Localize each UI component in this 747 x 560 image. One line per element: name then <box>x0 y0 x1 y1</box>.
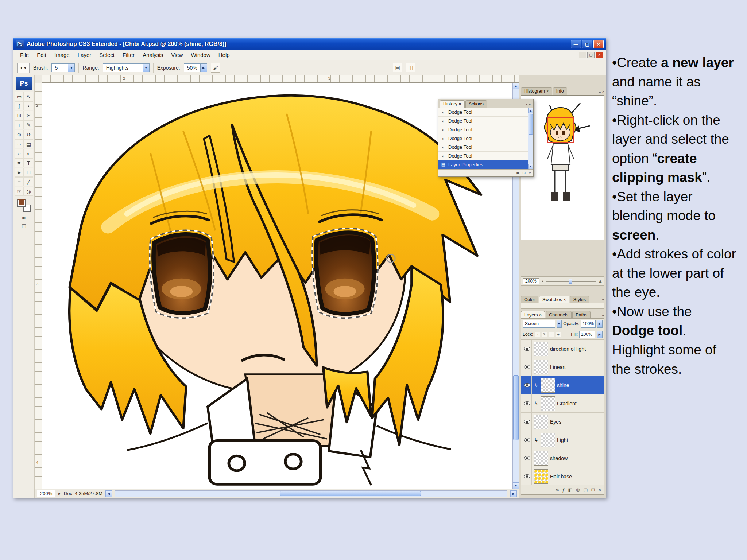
tab-histogram[interactable]: Histogram × <box>521 87 552 95</box>
new-snapshot-icon[interactable]: ⊡ <box>522 171 526 175</box>
history-step[interactable]: ◐ Dodge Tool <box>438 143 528 152</box>
eraser-tool-icon[interactable]: ▱ <box>15 139 24 148</box>
menu-filter[interactable]: Filter <box>119 51 138 59</box>
tab-actions[interactable]: Actions <box>465 100 487 108</box>
layer-row-direction-of-light[interactable]: direction of light <box>521 340 604 358</box>
layer-name[interactable]: Light <box>557 437 568 443</box>
doc-minimize-button[interactable]: — <box>579 52 586 58</box>
history-step[interactable]: ◐ Dodge Tool <box>438 117 528 125</box>
scroll-down-icon[interactable]: ▼ <box>528 164 533 169</box>
layer-row-light[interactable]: ↳ Light <box>521 431 604 449</box>
tab-info[interactable]: Info <box>553 87 567 95</box>
exposure-dropdown-button[interactable]: ▶ <box>201 63 207 72</box>
layer-thumbnail[interactable] <box>541 396 555 411</box>
layer-thumbnail[interactable] <box>534 360 548 374</box>
menu-image[interactable]: Image <box>51 51 73 59</box>
layer-visibility-toggle[interactable] <box>522 467 532 485</box>
layer-thumbnail[interactable] <box>541 378 555 393</box>
layer-row-hair-base[interactable]: Hair base <box>521 467 604 485</box>
gradient-tool-icon[interactable]: ▤ <box>24 139 33 148</box>
navigator-zoom-field[interactable]: 200% <box>523 278 539 284</box>
layer-visibility-toggle[interactable] <box>522 358 532 376</box>
active-tool-preset[interactable]: ◐ ▾ <box>17 63 30 73</box>
opacity-slider-icon[interactable]: ▶ <box>597 320 603 328</box>
marquee-tool-icon[interactable]: ▭ <box>15 92 24 101</box>
magic-wand-tool-icon[interactable]: ⋆ <box>24 101 33 110</box>
history-step-selected[interactable]: ▤ Layer Properties <box>438 160 528 169</box>
path-select-tool-icon[interactable]: ► <box>15 168 24 177</box>
scroll-up-icon[interactable]: ▲ <box>513 83 519 89</box>
layer-thumbnail[interactable] <box>534 415 548 429</box>
scroll-right-icon[interactable]: ▶ <box>510 490 517 497</box>
tab-layers[interactable]: Layers × <box>521 311 545 319</box>
scroll-up-icon[interactable]: ▲ <box>528 108 533 113</box>
delete-state-icon[interactable]: × <box>529 171 531 175</box>
range-dropdown-button[interactable]: ▼ <box>143 63 150 72</box>
zoom-slider-thumb[interactable] <box>569 279 572 284</box>
horizontal-scrollbar[interactable] <box>115 490 507 497</box>
hand-tool-icon[interactable]: ☞ <box>15 187 24 196</box>
minimize-button[interactable]: — <box>571 40 581 48</box>
layer-name[interactable]: shadow <box>550 455 568 461</box>
layer-name[interactable]: Eyes <box>550 419 561 425</box>
layer-name[interactable]: direction of light <box>550 346 586 352</box>
layer-thumbnail[interactable] <box>534 451 548 466</box>
clone-stamp-tool-icon[interactable]: ⊕ <box>15 130 24 139</box>
menu-window[interactable]: Window <box>187 51 214 59</box>
shape-tool-icon[interactable]: □ <box>24 168 33 177</box>
type-tool-icon[interactable]: T <box>24 158 33 167</box>
airbrush-toggle-icon[interactable]: 🖌︎ <box>211 63 220 73</box>
dodge-tool-icon[interactable]: ◐ <box>24 149 33 158</box>
layer-row-gradient[interactable]: ↳ Gradient <box>521 394 604 413</box>
delete-layer-icon[interactable]: × <box>598 487 601 493</box>
restore-button[interactable]: ▢ <box>582 40 592 48</box>
navigator-zoom-slider[interactable] <box>546 281 596 282</box>
menu-edit[interactable]: Edit <box>33 51 50 59</box>
history-step[interactable]: ◐ Dodge Tool <box>438 108 528 117</box>
zoom-out-icon[interactable]: ▲ <box>541 280 544 283</box>
quick-mask-icon[interactable]: ◙ <box>22 215 25 221</box>
menu-help[interactable]: Help <box>215 51 233 59</box>
layer-style-icon[interactable]: ƒ <box>562 487 565 493</box>
layer-visibility-toggle[interactable] <box>522 449 532 467</box>
blend-mode-dropdown-icon[interactable]: ▼ <box>557 320 562 328</box>
pen-tool-icon[interactable]: ✒ <box>15 158 24 167</box>
foreground-color-swatch[interactable] <box>17 199 26 207</box>
brush-size-value[interactable]: 5 <box>51 63 68 72</box>
menu-view[interactable]: View <box>167 51 186 59</box>
slice-tool-icon[interactable]: ✂ <box>24 111 33 120</box>
close-button[interactable]: × <box>593 40 604 48</box>
window-titlebar[interactable]: Ps Adobe Photoshop CS3 Extended - [Chibi… <box>13 38 606 50</box>
navigator-preview[interactable] <box>525 98 598 219</box>
screen-mode-icon[interactable]: ▢ <box>22 223 26 229</box>
menu-analysis[interactable]: Analysis <box>139 51 167 59</box>
horizontal-scroll-thumb[interactable] <box>280 491 421 496</box>
layer-thumbnail[interactable] <box>541 433 555 447</box>
history-step[interactable]: ◐ Dodge Tool <box>438 152 528 160</box>
brush-dropdown-button[interactable]: ▼ <box>68 63 75 72</box>
ps-logo[interactable]: Ps <box>16 77 32 90</box>
history-scroll-thumb[interactable] <box>529 114 533 135</box>
vertical-scroll-thumb[interactable] <box>513 375 519 440</box>
menu-select[interactable]: Select <box>96 51 118 59</box>
doc-close-button[interactable]: × <box>596 52 603 58</box>
layer-name[interactable]: Lineart <box>550 364 566 370</box>
layer-row-shine[interactable]: ↳ shine <box>521 376 604 394</box>
healing-brush-tool-icon[interactable]: + <box>15 120 24 129</box>
scroll-left-icon[interactable]: ◀ <box>105 490 112 497</box>
brush-tool-icon[interactable]: ✎ <box>24 120 33 129</box>
panel-menu-icon[interactable]: ≡ × <box>599 89 604 95</box>
tab-history[interactable]: History × <box>440 100 465 108</box>
layer-thumbnail[interactable] <box>534 342 548 356</box>
adjustment-layer-icon[interactable]: ◍ <box>576 487 580 493</box>
history-brush-tool-icon[interactable]: ↺ <box>24 130 33 139</box>
fill-field[interactable]: 100% <box>579 331 595 338</box>
file-info-icon[interactable]: ▤ <box>393 63 402 72</box>
blend-mode-select[interactable]: Screen <box>523 320 555 328</box>
history-scrollbar[interactable]: ▲ ▼ <box>528 108 533 169</box>
tab-channels[interactable]: Channels <box>546 311 572 319</box>
fill-slider-icon[interactable]: ▶ <box>597 331 603 338</box>
layer-name[interactable]: Gradient <box>557 401 577 407</box>
link-layers-icon[interactable]: ∞ <box>556 487 559 493</box>
zoom-tool-icon[interactable]: ◎ <box>24 187 33 196</box>
